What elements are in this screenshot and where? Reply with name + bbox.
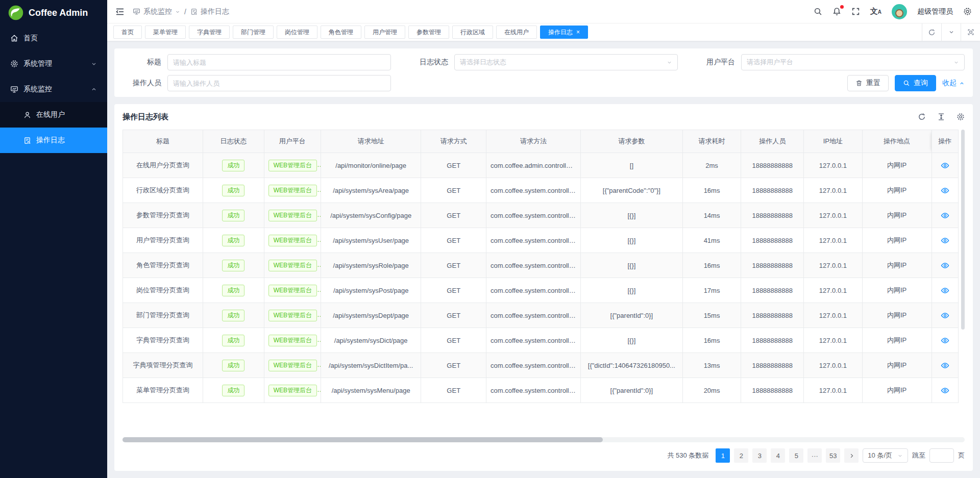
notification-bell-icon[interactable] <box>832 7 841 16</box>
view-detail-eye-icon[interactable] <box>941 186 949 195</box>
user-platform-select[interactable]: 请选择用户平台 <box>741 54 965 70</box>
sidebar-item-online-users[interactable]: 在线用户 <box>0 102 107 128</box>
column-header: 请求方法 <box>486 130 581 153</box>
cell-params: [{}] <box>581 278 683 303</box>
cell-request-url: /api/system/sysDictItem/pa... <box>321 353 421 378</box>
home-icon <box>10 34 18 42</box>
view-detail-eye-icon[interactable] <box>941 261 949 270</box>
cell-platform: WEB管理后台 <box>264 178 321 203</box>
page-button[interactable]: 2 <box>734 448 748 463</box>
cell-actions <box>932 303 958 328</box>
search-icon[interactable] <box>814 7 822 16</box>
view-detail-eye-icon[interactable] <box>941 161 949 170</box>
sidebar: Coffee Admin 首页 系统管理 系统监控 <box>0 0 107 478</box>
tab[interactable]: 部门管理 × <box>233 26 274 39</box>
page-button[interactable]: 4 <box>771 448 785 463</box>
status-badge: 成功 <box>222 235 244 246</box>
breadcrumb-parent[interactable]: 系统监控 <box>133 7 180 16</box>
search-button[interactable]: 查询 <box>895 75 936 91</box>
table-row: 参数管理分页查询 成功 WEB管理后台 /api/system/sysConfi… <box>123 203 959 228</box>
column-header: 请求方式 <box>421 130 486 153</box>
view-detail-eye-icon[interactable] <box>941 286 949 295</box>
cell-request-url: /api/system/sysDict/page <box>321 328 421 353</box>
cell-actions <box>932 378 958 403</box>
cell-status: 成功 <box>203 378 264 403</box>
page-button[interactable]: 53 <box>826 448 840 463</box>
page-button[interactable]: ··· <box>807 448 822 463</box>
cell-status: 成功 <box>203 153 264 178</box>
vertical-scrollbar-thumb[interactable] <box>961 130 965 330</box>
platform-badge: WEB管理后台 <box>268 310 317 321</box>
tab[interactable]: 操作日志 × <box>540 26 588 39</box>
title-input-wrap <box>167 54 391 70</box>
column-settings-gear-icon[interactable] <box>957 113 965 121</box>
cell-params: [{"parentId":0}] <box>581 303 683 328</box>
operator-input-wrap <box>167 75 391 91</box>
view-detail-eye-icon[interactable] <box>941 386 949 395</box>
page-size-select[interactable]: 10 条/页 <box>863 448 908 463</box>
sidebar-item-label: 首页 <box>23 34 38 43</box>
view-detail-eye-icon[interactable] <box>941 311 949 320</box>
cell-request-url: /api/system/sysArea/page <box>321 178 421 203</box>
view-detail-eye-icon[interactable] <box>941 336 949 345</box>
filter-platform-group: 用户平台 请选择用户平台 <box>696 54 965 70</box>
tab[interactable]: 用户管理 × <box>364 26 405 39</box>
translate-icon[interactable]: 文A <box>870 7 881 16</box>
avatar[interactable] <box>892 4 907 19</box>
jump-page-input[interactable] <box>929 448 954 463</box>
log-status-select[interactable]: 请选择日志状态 <box>454 54 678 70</box>
horizontal-scrollbar[interactable] <box>122 437 965 442</box>
tab[interactable]: 角色管理 × <box>321 26 361 39</box>
view-detail-eye-icon[interactable] <box>941 361 949 370</box>
cell-status: 成功 <box>203 253 264 278</box>
cell-ip: 127.0.0.1 <box>804 328 863 353</box>
view-detail-eye-icon[interactable] <box>941 236 949 245</box>
settings-gear-icon[interactable] <box>963 7 972 16</box>
tab[interactable]: 菜单管理 × <box>145 26 186 39</box>
operator-input[interactable] <box>173 80 385 87</box>
close-icon[interactable]: × <box>576 29 580 35</box>
fullscreen-icon[interactable] <box>851 7 860 16</box>
sidebar-item-operation-log[interactable]: 操作日志 <box>0 128 107 153</box>
sidebar-item-system-mgmt[interactable]: 系统管理 <box>0 51 107 77</box>
cell-request-url: /api/system/sysDept/page <box>321 303 421 328</box>
monitor-icon <box>10 85 18 93</box>
table-header-row: 标题日志状态用户平台请求地址请求方式请求方法请求参数请求耗时操作人员IP地址操作… <box>123 130 959 153</box>
cell-operator: 18888888888 <box>741 253 804 278</box>
cell-request-method: GET <box>421 153 486 178</box>
page-buttons: 1 2 3 4 5 ··· 53 <box>716 448 840 463</box>
chevron-down-icon[interactable] <box>941 23 961 41</box>
tab[interactable]: 岗位管理 × <box>277 26 317 39</box>
chevron-down-icon <box>667 60 672 65</box>
table-body: 在线用户分页查询 成功 WEB管理后台 /api/monitor/online/… <box>123 153 959 403</box>
current-user-name[interactable]: 超级管理员 <box>917 7 953 16</box>
cell-request-method: GET <box>421 378 486 403</box>
tab[interactable]: 行政区域 × <box>452 26 493 39</box>
collapse-filters-link[interactable]: 收起 <box>942 79 965 88</box>
cell-ip: 127.0.0.1 <box>804 253 863 278</box>
horizontal-scrollbar-thumb[interactable] <box>122 437 603 442</box>
table-title: 操作日志列表 <box>122 112 168 122</box>
row-height-icon[interactable] <box>937 113 945 121</box>
page-button[interactable]: 1 <box>716 448 730 463</box>
sidebar-collapse-icon[interactable] <box>115 7 125 16</box>
refresh-icon[interactable] <box>922 23 941 41</box>
tab[interactable]: 首页 × <box>113 26 142 39</box>
title-input[interactable] <box>173 59 385 66</box>
reset-button[interactable]: 重置 <box>847 75 889 91</box>
refresh-icon[interactable] <box>918 113 926 121</box>
view-detail-eye-icon[interactable] <box>941 211 949 220</box>
tab[interactable]: 参数管理 × <box>408 26 449 39</box>
tab[interactable]: 字典管理 × <box>189 26 230 39</box>
page-button[interactable]: 5 <box>789 448 803 463</box>
sidebar-item-home[interactable]: 首页 <box>0 26 107 51</box>
page-button[interactable]: 3 <box>752 448 767 463</box>
platform-badge: WEB管理后台 <box>268 285 317 296</box>
table-row: 部门管理分页查询 成功 WEB管理后台 /api/system/sysDept/… <box>123 303 959 328</box>
next-page-button[interactable] <box>844 448 859 463</box>
cell-operator: 18888888888 <box>741 303 804 328</box>
sidebar-item-system-monitor[interactable]: 系统监控 <box>0 77 107 102</box>
tab[interactable]: 在线用户 × <box>496 26 537 39</box>
maximize-icon[interactable] <box>961 23 980 41</box>
trash-icon <box>855 80 863 87</box>
